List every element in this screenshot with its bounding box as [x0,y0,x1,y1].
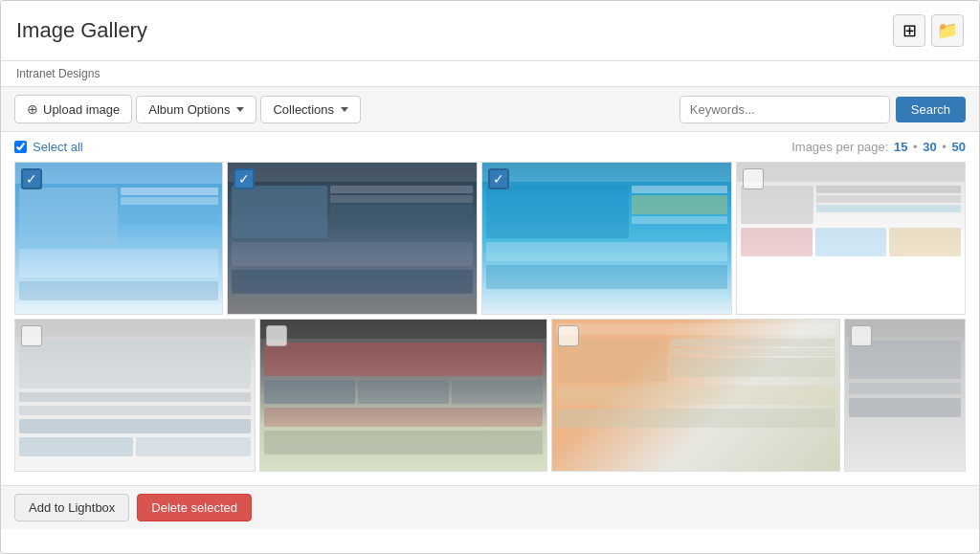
gallery-item-6[interactable] [259,319,548,472]
check-overlay-5 [21,325,42,346]
album-options-caret-icon [236,107,244,112]
gallery-item-3[interactable]: ✓ [481,162,732,315]
per-page-30[interactable]: 30 [923,140,936,154]
gallery-item-7[interactable] [551,319,840,472]
add-lightbox-button[interactable]: Add to Lightbox [14,494,129,521]
gallery-item-1[interactable]: ✓ [14,162,223,315]
header-icons: ⊞ 📁 [893,14,964,47]
breadcrumb: Intranet Designs [1,61,979,86]
search-button[interactable]: Search [896,97,966,122]
check-overlay-6 [266,325,287,346]
grid-view-button[interactable]: ⊞ [893,14,925,47]
check-overlay-4 [743,168,764,189]
checkbox-8[interactable] [851,325,872,346]
search-input[interactable] [679,96,890,123]
search-area: Search [679,96,966,123]
delete-selected-button[interactable]: Delete selected [137,494,252,521]
check-overlay-3: ✓ [488,168,509,189]
grid-icon: ⊞ [902,20,917,41]
gallery-item-4[interactable] [736,162,966,315]
select-all-label[interactable]: Select all [14,140,83,154]
header: Image Gallery ⊞ 📁 [1,1,979,61]
checkbox-3[interactable]: ✓ [488,168,509,189]
footer-bar: Add to Lightbox Delete selected [1,485,979,529]
collections-button[interactable]: Collections [260,96,361,123]
folder-icon: 📁 [937,20,958,41]
per-page-15[interactable]: 15 [894,140,907,154]
per-page-label: Images per page: [791,140,888,154]
upload-image-button[interactable]: ⊕ Upload image [14,95,132,123]
checkbox-5[interactable] [21,325,42,346]
checkbox-2[interactable]: ✓ [234,168,255,189]
gallery-item-5[interactable] [14,319,256,472]
gallery-item-8[interactable] [844,319,966,472]
dot1: • [913,140,921,154]
toolbar: ⊕ Upload image Album Options Collections… [1,86,979,132]
gallery-row-1: ✓ [14,162,966,315]
check-overlay-8 [851,325,872,346]
page-title: Image Gallery [16,18,147,43]
select-bar: Select all Images per page: 15 • 30 • 50 [1,132,979,162]
gallery-row-2 [14,319,966,472]
album-options-label: Album Options [148,102,230,117]
upload-label: Upload image [43,102,120,117]
app-container: Image Gallery ⊞ 📁 Intranet Designs ⊕ Upl… [0,0,980,554]
per-page-50[interactable]: 50 [952,140,966,154]
collections-caret-icon [341,107,348,112]
gallery-item-2[interactable]: ✓ [227,162,478,315]
album-options-button[interactable]: Album Options [136,96,256,123]
gallery-area: ✓ [1,162,979,485]
folder-view-button[interactable]: 📁 [931,14,964,47]
check-overlay-1: ✓ [21,168,42,189]
breadcrumb-text: Intranet Designs [16,67,100,80]
per-page: Images per page: 15 • 30 • 50 [790,140,966,154]
collections-label: Collections [273,102,334,117]
upload-icon: ⊕ [27,101,38,117]
checkbox-1[interactable]: ✓ [21,168,42,189]
checkbox-4[interactable] [743,168,764,189]
checkbox-7[interactable] [558,325,579,346]
select-all-checkbox[interactable] [14,141,27,153]
checkbox-6[interactable] [266,325,287,346]
dot2: • [942,140,949,154]
check-overlay-7 [558,325,579,346]
select-all-text: Select all [33,140,83,154]
check-overlay-2: ✓ [234,168,255,189]
